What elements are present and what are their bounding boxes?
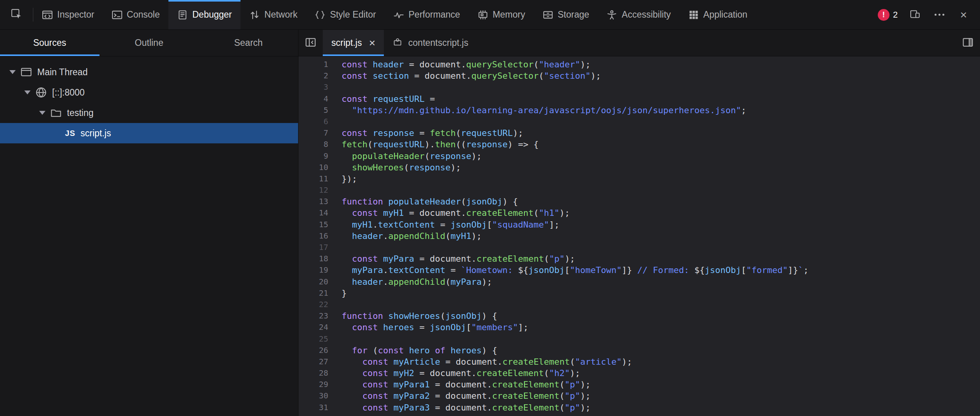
code-line-13[interactable]: 13function populateHeader(jsonObj) { [298,196,980,207]
line-number[interactable]: 29 [298,379,328,390]
close-tab-button[interactable]: × [369,38,375,49]
line-number[interactable]: 7 [298,127,328,139]
code-line-12[interactable]: 12 [298,184,980,196]
line-number[interactable]: 11 [298,173,328,184]
code-line-22[interactable]: 22 [298,299,980,310]
tab-accessibility[interactable]: Accessibility [598,0,679,29]
line-number[interactable]: 28 [298,367,328,379]
line-number[interactable]: 30 [298,390,328,402]
code-line-23[interactable]: 23function showHeroes(jsonObj) { [298,310,980,322]
line-number[interactable]: 2 [298,70,328,81]
responsive-design-mode-button[interactable] [908,8,922,22]
line-number[interactable]: 8 [298,139,328,150]
code-line-2[interactable]: 2const section = document.querySelector(… [298,70,980,81]
code-line-25[interactable]: 25 [298,333,980,345]
tree-item-main-thread[interactable]: Main Thread [0,62,298,82]
line-number[interactable]: 22 [298,299,328,310]
code-line-27[interactable]: 27 const myArticle = document.createElem… [298,356,980,367]
expand-caret-icon[interactable] [24,90,31,94]
tab-storage[interactable]: Storage [534,0,598,29]
code-line-30[interactable]: 30 const myPara2 = document.createElemen… [298,390,980,402]
meatball-menu-button[interactable] [932,8,946,22]
close-devtools-button[interactable]: × [956,8,971,22]
code-line-9[interactable]: 9 populateHeader(response); [298,150,980,162]
line-number[interactable]: 26 [298,345,328,356]
code-line-10[interactable]: 10 showHeroes(response); [298,162,980,173]
line-number[interactable]: 1 [298,59,328,70]
panel-tab-sources[interactable]: Sources [0,30,99,56]
performance-icon [393,9,404,20]
tree-item-testing[interactable]: testing [0,103,298,123]
line-number[interactable]: 17 [298,242,328,253]
code-text: header.appendChild(myPara); [328,276,492,288]
line-number[interactable]: 5 [298,105,328,116]
code-line-14[interactable]: 14 const myH1 = document.createElement("… [298,207,980,219]
code-line-11[interactable]: 11}); [298,173,980,184]
line-number[interactable]: 23 [298,310,328,322]
code-line-15[interactable]: 15 myH1.textContent = jsonObj["squadName… [298,219,980,230]
tab-inspector[interactable]: Inspector [33,0,103,29]
file-tab-contentscript.js[interactable]: contentscript.js [384,30,477,56]
line-number[interactable]: 4 [298,93,328,105]
expand-panes-button[interactable] [956,30,980,56]
code-line-4[interactable]: 4const requestURL = [298,93,980,105]
expand-caret-icon[interactable] [39,111,45,115]
tab-console[interactable]: Console [103,0,168,29]
error-count: 2 [893,10,898,20]
code-text: fetch(requestURL).then((response) => { [328,139,539,150]
code-line-29[interactable]: 29 const myPara1 = document.createElemen… [298,379,980,390]
code-line-21[interactable]: 21} [298,288,980,299]
expand-caret-icon[interactable] [9,70,16,74]
meatball-menu-icon [935,14,937,16]
collapse-sources-panel-button[interactable] [298,30,323,56]
code-line-7[interactable]: 7const response = fetch(requestURL); [298,127,980,139]
line-number[interactable]: 13 [298,196,328,207]
folder-icon [50,107,62,119]
file-tab-script.js[interactable]: script.js× [323,30,384,56]
tab-performance[interactable]: Performance [385,0,469,29]
code-line-17[interactable]: 17 [298,242,980,253]
code-line-5[interactable]: 5 "https://mdn.github.io/learning-area/j… [298,105,980,116]
code-line-19[interactable]: 19 myPara.textContent = `Hometown: ${jso… [298,264,980,276]
code-line-1[interactable]: 1const header = document.querySelector("… [298,59,980,70]
line-number[interactable]: 15 [298,219,328,230]
tree-item--8000[interactable]: [::]:8000 [0,82,298,103]
tab-debugger[interactable]: Debugger [168,0,240,29]
line-number[interactable]: 19 [298,264,328,276]
line-number[interactable]: 10 [298,162,328,173]
code-line-31[interactable]: 31 const myPara3 = document.createElemen… [298,402,980,413]
line-number[interactable]: 9 [298,150,328,162]
tab-style-editor[interactable]: Style Editor [306,0,385,29]
panel-tab-search[interactable]: Search [199,30,298,56]
error-count-badge[interactable]: ! 2 [878,9,898,21]
line-number[interactable]: 18 [298,253,328,264]
line-number[interactable]: 24 [298,322,328,333]
line-number[interactable]: 12 [298,184,328,196]
line-number[interactable]: 20 [298,276,328,288]
line-number[interactable]: 27 [298,356,328,367]
line-number[interactable]: 25 [298,333,328,345]
tab-network[interactable]: Network [240,0,306,29]
node-picker-button[interactable] [0,0,33,29]
tab-label: Application [703,9,748,20]
code-line-20[interactable]: 20 header.appendChild(myPara); [298,276,980,288]
tab-memory[interactable]: Memory [469,0,534,29]
code-lines: 1const header = document.querySelector("… [298,59,980,413]
line-number[interactable]: 14 [298,207,328,219]
code-line-6[interactable]: 6 [298,116,980,127]
tree-item-script.js[interactable]: JSscript.js [0,123,298,143]
line-number[interactable]: 31 [298,402,328,413]
code-line-24[interactable]: 24 const heroes = jsonObj["members"]; [298,322,980,333]
code-line-26[interactable]: 26 for (const hero of heroes) { [298,345,980,356]
line-number[interactable]: 6 [298,116,328,127]
code-line-28[interactable]: 28 const myH2 = document.createElement("… [298,367,980,379]
panel-tab-outline[interactable]: Outline [99,30,199,56]
tab-application[interactable]: Application [680,0,756,29]
code-line-16[interactable]: 16 header.appendChild(myH1); [298,230,980,242]
code-line-3[interactable]: 3 [298,81,980,93]
line-number[interactable]: 3 [298,81,328,93]
line-number[interactable]: 21 [298,288,328,299]
code-line-18[interactable]: 18 const myPara = document.createElement… [298,253,980,264]
code-line-8[interactable]: 8fetch(requestURL).then((response) => { [298,139,980,150]
line-number[interactable]: 16 [298,230,328,242]
